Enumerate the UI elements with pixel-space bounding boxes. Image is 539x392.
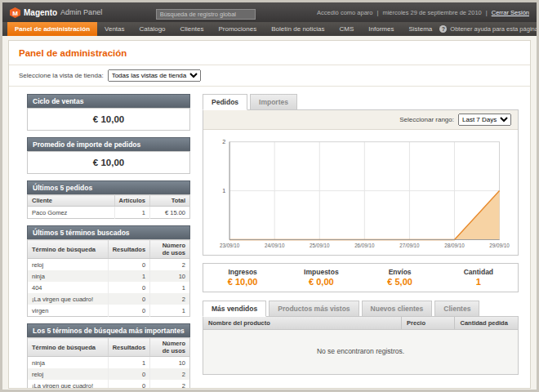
col-header-resultados: Resultados (108, 338, 149, 357)
table-row[interactable]: ninja110 (28, 357, 190, 369)
svg-text:23/09/10: 23/09/10 (220, 243, 240, 248)
table-cell: ¡La virgen que cuadro! (28, 380, 109, 389)
table-cell: 404 (28, 282, 109, 293)
table-row[interactable]: 40401 (28, 282, 190, 293)
header-bar: M Magento Admin Panel Accedió como aparo… (2, 2, 537, 22)
tab-pedidos[interactable]: Pedidos (203, 94, 247, 110)
last-search-terms-table: Término de búsqueda Resultados Número de… (27, 239, 190, 317)
col-header-usos: Número de usos (150, 338, 190, 357)
chart-wrap: 1223/09/1024/09/1025/09/1026/09/1027/09/… (203, 130, 518, 255)
lifetime-sales-value: € 10,00 (27, 108, 190, 131)
products-table: Nombre del producto Precio Cantidad pedi… (203, 317, 518, 374)
average-orders-value: € 10,00 (27, 151, 190, 174)
card-title: Ciclo de ventas (27, 94, 190, 108)
stat-label: Ingresos (203, 268, 282, 276)
magento-logo[interactable]: M Magento Admin Panel (10, 7, 102, 18)
card-title: Últimos 5 términos buscados (27, 225, 190, 239)
nav-item-catalogo[interactable]: Catálogo (132, 22, 173, 36)
stat-ingresos: Ingresos € 10,00 (203, 268, 282, 287)
lifetime-sales-card: Ciclo de ventas € 10,00 (27, 94, 190, 131)
current-date-text: miércoles 29 de septiembre de 2010 (382, 9, 481, 16)
empty-records-message: No se encontraron registros. (203, 329, 518, 374)
top-search-terms-table: Término de búsqueda Resultados Número de… (27, 337, 190, 389)
table-row[interactable]: reloj02 (28, 368, 190, 380)
table-cell: 10 (150, 357, 190, 369)
nav-item-clientes[interactable]: Clientes (173, 22, 212, 36)
table-cell: 2 (150, 293, 190, 305)
page-area: Panel de administración Seleccione la vi… (2, 36, 537, 392)
last-orders-table: Cliente Artículos Total Paco Gomez1€ 15.… (27, 194, 190, 219)
table-cell: 0 (108, 380, 149, 389)
svg-text:28/09/10: 28/09/10 (444, 243, 465, 248)
global-search-input[interactable] (156, 9, 256, 20)
col-header-cantidad: Cantidad pedida (455, 317, 518, 330)
table-header-row: Término de búsqueda Resultados Número de… (28, 240, 190, 259)
svg-text:24/09/10: 24/09/10 (265, 243, 285, 248)
table-cell: ninja (28, 357, 109, 369)
nav-item-dashboard[interactable]: Panel de administración (7, 22, 97, 36)
logout-link[interactable]: Cerrar Sesión (492, 9, 529, 16)
help-icon: ? (439, 25, 447, 33)
logo-primary-text: Magento (24, 8, 57, 17)
nav-item-promociones[interactable]: Promociones (211, 22, 264, 36)
products-tabs: Más vendidos Productos más vistos Nuevos… (203, 301, 519, 317)
table-cell: reloj (28, 259, 109, 271)
stat-value: € 10,00 (203, 277, 282, 287)
table-cell: 2 (150, 380, 190, 389)
main-navigation: Panel de administración Ventas Catálogo … (2, 22, 537, 36)
nav-item-cms[interactable]: CMS (332, 22, 362, 36)
table-row[interactable]: virgen01 (28, 305, 190, 317)
col-header-termino: Término de búsqueda (28, 240, 109, 259)
stat-value: 1 (439, 277, 518, 287)
tab-productos-mas-vistos[interactable]: Productos más vistos (269, 301, 359, 317)
tab-clientes[interactable]: Clientes (434, 301, 479, 317)
col-header-resultados: Resultados (108, 240, 149, 259)
store-view-label: Seleccione la vista de tienda: (19, 72, 104, 79)
tab-importes[interactable]: Importes (250, 94, 297, 110)
table-row[interactable]: ¡La virgen que cuadro!02 (28, 380, 190, 389)
stat-label: Envíos (361, 268, 439, 276)
tab-mas-vendidos[interactable]: Más vendidos (203, 301, 266, 317)
orders-chart: 1223/09/1024/09/1025/09/1026/09/1027/09/… (209, 135, 512, 253)
col-header-usos: Número de usos (150, 240, 190, 259)
table-cell: 1 (150, 282, 190, 293)
table-cell: 2 (150, 259, 190, 271)
col-header-cliente: Cliente (28, 195, 115, 207)
nav-item-boletin[interactable]: Boletín de noticias (264, 22, 332, 36)
nav-item-sistema[interactable]: Sistema (401, 22, 439, 36)
range-select[interactable]: Last 7 Days (458, 114, 511, 126)
stat-label: Impuestos (282, 268, 360, 276)
svg-text:M: M (12, 9, 18, 16)
svg-text:26/09/10: 26/09/10 (354, 243, 375, 248)
card-title: Los 5 términos de búsqueda más important… (27, 323, 190, 337)
stat-value: € 5,00 (361, 277, 439, 287)
nav-item-informes[interactable]: Informes (361, 22, 401, 36)
nav-list: Panel de administración Ventas Catálogo … (7, 22, 439, 36)
table-row[interactable]: Paco Gomez1€ 15.00 (28, 207, 190, 219)
nav-item-ventas[interactable]: Ventas (97, 22, 131, 36)
table-header-row: Nombre del producto Precio Cantidad pedi… (203, 317, 518, 330)
magento-admin-window: M Magento Admin Panel Accedió como aparo… (0, 0, 539, 392)
table-cell: 2 (150, 368, 190, 380)
magento-logo-icon: M (10, 7, 20, 18)
store-view-select[interactable]: Todas las vistas de tienda (108, 69, 201, 82)
stat-cantidad: Cantidad 1 (439, 268, 518, 287)
help-label: Obtener ayuda para esta página (450, 25, 538, 33)
tab-nuevos-clientes[interactable]: Nuevos clientes (362, 301, 433, 317)
left-column: Ciclo de ventas € 10,00 Promedio de impo… (27, 94, 190, 389)
table-row[interactable]: ninja110 (28, 270, 190, 282)
help-link[interactable]: ? Obtener ayuda para esta página (439, 22, 538, 36)
logged-in-text: Accedió como aparo (317, 9, 372, 16)
table-cell: 1 (108, 270, 149, 282)
svg-text:29/09/10: 29/09/10 (489, 243, 510, 248)
col-header-termino: Término de búsqueda (28, 338, 109, 357)
table-row[interactable]: reloj02 (28, 259, 190, 271)
table-cell: ninja (28, 270, 109, 282)
table-row[interactable]: ¡La virgen que cuadro!02 (28, 293, 190, 305)
separator: | (486, 9, 488, 16)
card-title: Últimos 5 pedidos (27, 180, 190, 194)
session-info: Accedió como aparo | miércoles 29 de sep… (317, 9, 529, 16)
totals-bar: Ingresos € 10,00 Impuestos € 0,00 Envíos… (203, 263, 519, 292)
page-title: Panel de administración (9, 41, 530, 65)
top-search-terms-card: Los 5 términos de búsqueda más important… (27, 323, 190, 389)
